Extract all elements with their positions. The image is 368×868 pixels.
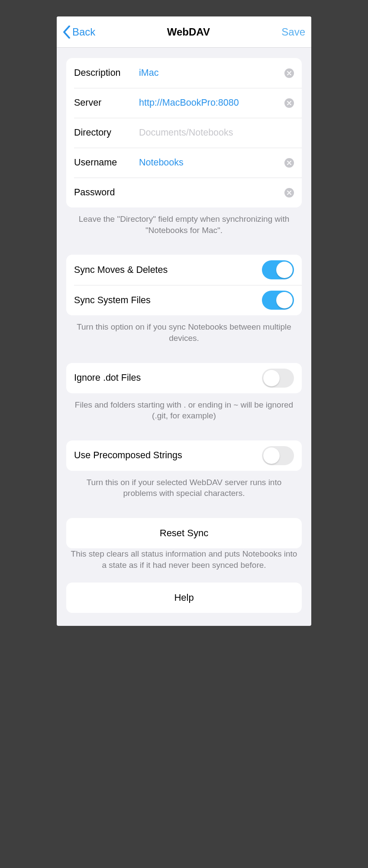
directory-label: Directory: [74, 127, 139, 138]
username-input[interactable]: [139, 155, 281, 170]
clear-server-button[interactable]: [284, 98, 294, 108]
precomposed-toggle[interactable]: [262, 446, 294, 465]
ignore-dot-footer: Files and folders starting with . or end…: [66, 399, 302, 421]
description-label: Description: [74, 68, 139, 78]
back-button[interactable]: Back: [63, 26, 95, 39]
sync-moves-row: Sync Moves & Deletes: [66, 255, 302, 285]
ignore-dot-group: Ignore .dot Files: [66, 363, 302, 393]
back-label: Back: [72, 26, 95, 38]
precomposed-label: Use Precomposed Strings: [74, 450, 182, 461]
content: Description Server Directory: [57, 48, 311, 626]
username-label: Username: [74, 157, 139, 168]
sync-moves-toggle[interactable]: [262, 260, 294, 279]
reset-footer: This step clears all status information …: [66, 548, 302, 570]
sync-system-toggle[interactable]: [262, 291, 294, 310]
clear-description-button[interactable]: [284, 68, 294, 78]
password-row: Password: [66, 178, 302, 207]
precomposed-group: Use Precomposed Strings: [66, 440, 302, 471]
password-input[interactable]: [139, 185, 281, 200]
close-icon: [287, 161, 291, 165]
description-input[interactable]: [139, 66, 281, 80]
sync-system-row: Sync System Files: [66, 285, 302, 315]
directory-input[interactable]: [139, 126, 294, 140]
help-group: Help: [66, 583, 302, 613]
precomposed-footer: Turn this on if your selected WebDAV ser…: [66, 477, 302, 499]
sync-system-label: Sync System Files: [74, 295, 151, 306]
directory-row: Directory: [66, 118, 302, 148]
reset-sync-group: Reset Sync: [66, 518, 302, 548]
password-label: Password: [74, 187, 139, 198]
sync-footer: Turn this option on if you sync Notebook…: [66, 321, 302, 343]
server-input[interactable]: [139, 96, 281, 110]
sync-moves-label: Sync Moves & Deletes: [74, 265, 168, 275]
ignore-dot-label: Ignore .dot Files: [74, 372, 141, 383]
webdav-settings-screen: Back WebDAV Save Description Server: [57, 16, 311, 626]
page-title: WebDAV: [167, 26, 210, 38]
ignore-dot-row: Ignore .dot Files: [66, 363, 302, 393]
sync-toggles-group: Sync Moves & Deletes Sync System Files: [66, 255, 302, 315]
save-button[interactable]: Save: [281, 26, 305, 38]
close-icon: [287, 71, 291, 75]
reset-sync-button[interactable]: Reset Sync: [66, 518, 302, 548]
close-icon: [287, 101, 291, 105]
help-button[interactable]: Help: [66, 583, 302, 613]
clear-password-button[interactable]: [284, 188, 294, 198]
close-icon: [287, 191, 291, 195]
ignore-dot-toggle[interactable]: [262, 369, 294, 388]
navbar: Back WebDAV Save: [57, 16, 311, 48]
chevron-left-icon: [63, 26, 71, 39]
server-footer: Leave the "Directory" field empty when s…: [66, 214, 302, 236]
description-row: Description: [66, 58, 302, 88]
username-row: Username: [66, 148, 302, 178]
clear-username-button[interactable]: [284, 158, 294, 168]
server-fields-group: Description Server Directory: [66, 58, 302, 207]
precomposed-row: Use Precomposed Strings: [66, 440, 302, 471]
server-row: Server: [66, 88, 302, 118]
server-label: Server: [74, 97, 139, 108]
